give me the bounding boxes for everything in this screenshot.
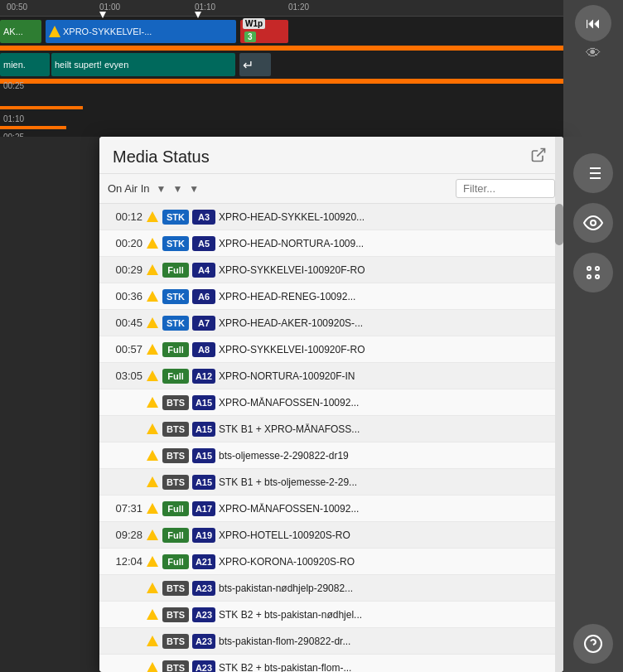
orange-bar-2 bbox=[0, 79, 563, 84]
eye-view-button[interactable] bbox=[573, 203, 613, 243]
item-name: STK B2 + bts-pakistan-flom-... bbox=[219, 662, 555, 673]
type-badge: Full bbox=[162, 342, 189, 357]
time-label-0125: 00:25 bbox=[3, 81, 24, 90]
filter-input[interactable] bbox=[456, 179, 555, 198]
media-row[interactable]: 09:28 Full A19 XPRO-HOTELL-100920S-RO bbox=[99, 522, 563, 549]
grid-view-button[interactable] bbox=[573, 253, 613, 292]
a-badge: A17 bbox=[192, 501, 215, 516]
type-badge: STK bbox=[162, 210, 189, 225]
media-row[interactable]: BTS A23 bts-pakistan-nødhjelp-29082... bbox=[99, 575, 563, 602]
media-row[interactable]: BTS A15 XPRO-MÅNAFOSSEN-10092... bbox=[99, 389, 563, 416]
a-badge: A23 bbox=[192, 581, 215, 596]
type-badge: BTS bbox=[162, 660, 189, 673]
panel-header: Media Status bbox=[99, 137, 563, 174]
warning-icon bbox=[146, 344, 159, 355]
a-badge: A8 bbox=[192, 342, 215, 357]
timeline-right-panel: ⏮ 👁 bbox=[563, 0, 623, 137]
ruler-mark-4: 01:20 bbox=[288, 2, 309, 12]
media-row[interactable]: 00:57 Full A8 XPRO-SYKKELVEI-100920F-RO bbox=[99, 336, 563, 363]
ruler-mark-3: 01:10 bbox=[195, 2, 215, 12]
track-row-1: AK... XPRO-SYKKELVEI-... W1p 3 bbox=[0, 17, 563, 46]
orange-bar-4 bbox=[0, 126, 66, 129]
back-to-start-button[interactable]: ⏮ bbox=[575, 5, 611, 41]
warning-icon bbox=[146, 529, 159, 541]
item-name: XPRO-SYKKELVEI-100920F-RO bbox=[219, 264, 555, 276]
warning-icon-clip bbox=[49, 26, 60, 37]
a-badge: A7 bbox=[192, 316, 215, 331]
svg-line-0 bbox=[537, 149, 544, 157]
item-name: XPRO-NORTURA-100920F-IN bbox=[219, 370, 555, 382]
warning-icon bbox=[146, 503, 159, 515]
ruler-mark-1: 00:50 bbox=[7, 2, 27, 12]
item-name: XPRO-MÅNAFOSSEN-10092... bbox=[219, 503, 555, 515]
clip-name: XPRO-SYKKELVEI-... bbox=[63, 27, 152, 36]
warning-icon bbox=[146, 662, 159, 673]
item-name: XPRO-HEAD-SYKKEL-100920... bbox=[219, 211, 555, 223]
warning-icon bbox=[146, 370, 159, 382]
item-time: 09:28 bbox=[108, 529, 142, 541]
type-badge: STK bbox=[162, 316, 189, 331]
media-row[interactable]: 00:29 Full A4 XPRO-SYKKELVEI-100920F-RO bbox=[99, 257, 563, 283]
item-time: 03:05 bbox=[108, 370, 142, 382]
filter-arrow-1[interactable]: ▼ bbox=[157, 183, 167, 195]
media-row[interactable]: 00:45 STK A7 XPRO-HEAD-AKER-100920S-... bbox=[99, 310, 563, 336]
filter-arrow-3[interactable]: ▼ bbox=[189, 183, 199, 195]
item-time: 00:20 bbox=[108, 237, 142, 249]
filter-arrow-2[interactable]: ▼ bbox=[172, 183, 182, 195]
a-badge: A4 bbox=[192, 263, 215, 278]
media-row[interactable]: BTS A15 STK B1 + bts-oljemesse-2-29... bbox=[99, 469, 563, 496]
panel-filters: On Air In ▼ ▼ ▼ bbox=[99, 174, 563, 204]
a-badge: A6 bbox=[192, 289, 215, 304]
external-link-icon[interactable] bbox=[530, 147, 550, 167]
type-badge: Full bbox=[162, 263, 189, 278]
svg-point-9 bbox=[596, 267, 599, 270]
svg-point-7 bbox=[591, 220, 596, 225]
a-badge: A3 bbox=[192, 210, 215, 225]
clip-label: heilt supert! evyen bbox=[55, 60, 128, 70]
media-row[interactable]: 00:36 STK A6 XPRO-HEAD-RENEG-10092... bbox=[99, 283, 563, 310]
list-view-button[interactable] bbox=[573, 153, 613, 193]
eye-icon-timeline[interactable]: 👁 bbox=[586, 45, 601, 62]
media-row[interactable]: 07:31 Full A17 XPRO-MÅNAFOSSEN-10092... bbox=[99, 496, 563, 522]
media-row[interactable]: BTS A23 STK B2 + bts-pakistan-flom-... bbox=[99, 655, 563, 672]
timeline-ruler: 00:50 01:00 01:10 01:20 bbox=[0, 0, 563, 17]
clip-return[interactable]: ↵ bbox=[239, 53, 271, 76]
a-badge: A15 bbox=[192, 448, 215, 463]
item-name: STK B2 + bts-pakistan-nødhjel... bbox=[219, 609, 555, 621]
item-name: bts-oljemesse-2-290822-dr19 bbox=[219, 450, 555, 462]
type-badge: BTS bbox=[162, 634, 189, 649]
type-badge: STK bbox=[162, 236, 189, 251]
media-row[interactable]: BTS A15 STK B1 + XPRO-MÅNAFOSS... bbox=[99, 416, 563, 442]
svg-point-8 bbox=[587, 267, 591, 270]
media-row[interactable]: BTS A23 bts-pakistan-flom-290822-dr... bbox=[99, 628, 563, 655]
media-row[interactable]: 12:04 Full A21 XPRO-KORONA-100920S-RO bbox=[99, 549, 563, 575]
warning-icon bbox=[146, 636, 159, 647]
help-button[interactable] bbox=[573, 624, 613, 664]
type-badge: BTS bbox=[162, 607, 189, 622]
item-time: 07:31 bbox=[108, 502, 142, 515]
item-name: XPRO-SYKKELVEI-100920F-RO bbox=[219, 344, 555, 355]
media-status-panel: Media Status On Air In ▼ ▼ ▼ 00:12 STK A… bbox=[99, 137, 563, 672]
media-row[interactable]: BTS A15 bts-oljemesse-2-290822-dr19 bbox=[99, 442, 563, 469]
track-row-2: mien. heilt supert! evyen ↵ bbox=[0, 50, 563, 80]
warning-icon bbox=[146, 583, 159, 594]
media-row[interactable]: 00:20 STK A5 XPRO-HEAD-NORTURA-1009... bbox=[99, 230, 563, 257]
media-row[interactable]: 03:05 Full A12 XPRO-NORTURA-100920F-IN bbox=[99, 363, 563, 389]
media-row[interactable]: BTS A23 STK B2 + bts-pakistan-nødhjel... bbox=[99, 602, 563, 628]
item-name: XPRO-HOTELL-100920S-RO bbox=[219, 529, 555, 541]
warning-icon bbox=[146, 264, 159, 276]
a-badge: A15 bbox=[192, 475, 215, 490]
clip-heilt[interactable]: heilt supert! evyen bbox=[51, 53, 235, 76]
clip-label: mien. bbox=[3, 60, 26, 70]
clip-mien[interactable]: mien. bbox=[0, 53, 50, 76]
media-row[interactable]: 00:12 STK A3 XPRO-HEAD-SYKKEL-100920... bbox=[99, 204, 563, 230]
clip-ak[interactable]: AK... bbox=[0, 20, 41, 43]
type-badge: BTS bbox=[162, 422, 189, 437]
item-time: 12:04 bbox=[108, 555, 142, 568]
item-time: 00:57 bbox=[108, 343, 142, 355]
items-container[interactable]: 00:12 STK A3 XPRO-HEAD-SYKKEL-100920... … bbox=[99, 204, 563, 672]
warning-icon bbox=[146, 556, 159, 568]
w1p-badge: W1p bbox=[243, 18, 265, 29]
clip-xpro-sykkel[interactable]: XPRO-SYKKELVEI-... bbox=[46, 20, 236, 43]
warning-icon bbox=[146, 450, 159, 462]
